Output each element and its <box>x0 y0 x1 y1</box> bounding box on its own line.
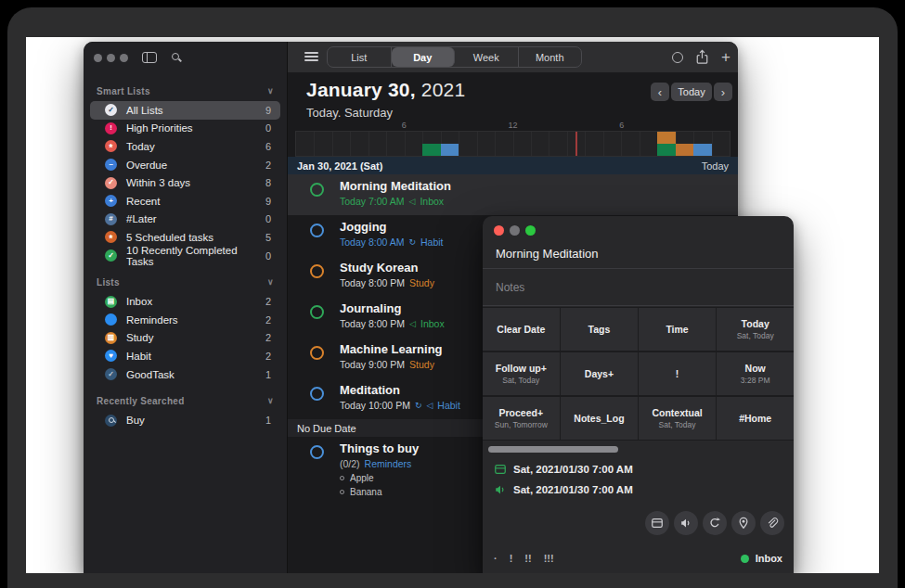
sidebar-item-buy[interactable]: Buy1 <box>90 411 280 429</box>
sidebar-item-label: Study <box>126 332 153 343</box>
today-button[interactable]: Today <box>671 83 712 101</box>
quick-action-tags[interactable]: Tags <box>561 308 638 351</box>
timeline-hour-label: 12 <box>508 121 517 130</box>
due-date-row[interactable]: Sat, 2021/01/30 7:00 AM <box>494 483 633 495</box>
task-complete-circle[interactable] <box>310 387 324 401</box>
repeat-button[interactable] <box>703 511 727 535</box>
exclamation-icon: ! <box>105 122 117 134</box>
filter-circle-icon[interactable] <box>672 52 683 63</box>
item-count: 2 <box>265 314 271 326</box>
section-header[interactable]: Lists∨ <box>84 272 287 292</box>
sidebar-item-habit[interactable]: ♥Habit2 <box>90 347 280 365</box>
quick-action-now[interactable]: Now3:28 PM <box>717 352 794 395</box>
task-complete-circle[interactable] <box>310 224 324 237</box>
priority-option-1[interactable]: ! <box>510 553 513 564</box>
quick-action-label: Days+ <box>585 368 614 379</box>
task-title-field[interactable]: Morning Meditation <box>496 247 599 261</box>
section-header[interactable]: Recently Searched∨ <box>84 390 287 411</box>
sidebar-item-goodtask[interactable]: ✓GoodTask1 <box>90 365 280 384</box>
quick-action-contextual[interactable]: ContextualSat, Today <box>639 397 716 440</box>
sidebar-item-inbox[interactable]: ▤Inbox2 <box>90 292 280 311</box>
sidebar-item-all-lists[interactable]: ✓All Lists9 <box>90 101 280 120</box>
toggle-sidebar-icon[interactable] <box>142 52 157 63</box>
close-button[interactable] <box>494 225 504 236</box>
sidebar-item-label: GoodTask <box>126 369 175 380</box>
sidebar-item-recent[interactable]: +Recent9 <box>90 192 280 211</box>
priority-option-2[interactable]: !! <box>524 553 531 564</box>
task-sub-text: Inbox <box>420 196 444 207</box>
quick-action--home[interactable]: #Home <box>717 397 794 440</box>
tab-week[interactable]: Week <box>455 47 519 67</box>
toolbar: ListDayWeekMonth + <box>288 42 738 72</box>
priority-option-3[interactable]: !!! <box>544 553 554 564</box>
sidebar-item-overdue[interactable]: ~Overdue2 <box>90 156 280 174</box>
sidebar-item-study[interactable]: ▥Study2 <box>90 329 280 348</box>
item-count: 1 <box>265 369 271 380</box>
quick-action-today[interactable]: TodaySat, Today <box>717 308 794 351</box>
zoom-button[interactable] <box>120 54 128 62</box>
quick-actions-scrollbar[interactable] <box>488 446 618 453</box>
day-timeline[interactable] <box>295 131 730 157</box>
speaker-button[interactable] <box>674 511 698 535</box>
location-button[interactable] <box>731 511 756 535</box>
sidebar-titlebar <box>84 42 287 72</box>
add-task-button[interactable]: + <box>721 49 730 65</box>
timeline-event-block[interactable] <box>657 144 675 156</box>
minimize-button[interactable] <box>510 225 520 236</box>
section-header[interactable]: Smart Lists∨ <box>84 81 287 101</box>
quick-action-notes-log[interactable]: Notes_Log <box>561 397 638 440</box>
quick-action-sublabel: 3:28 PM <box>741 376 770 385</box>
notes-field[interactable]: Notes <box>496 281 524 294</box>
sidebar-item--later[interactable]: ##Later0 <box>90 211 280 229</box>
priority-option-none[interactable]: · <box>494 553 498 564</box>
subtask-row[interactable]: Banana <box>340 487 419 497</box>
tab-day[interactable]: Day <box>392 47 456 67</box>
quick-action-follow-up-[interactable]: Follow up+Sat, Today <box>483 352 560 395</box>
task-sub-text: Inbox <box>420 318 445 329</box>
timeline-event-block[interactable] <box>441 144 459 156</box>
check-icon: ✓ <box>105 368 117 380</box>
subtask-row[interactable]: Apple <box>340 473 419 483</box>
task-row[interactable]: Morning MeditationToday 7:00 AM◁Inbox <box>288 174 738 215</box>
date-year: 2021 <box>416 79 466 100</box>
date-group-today: Today <box>702 160 729 172</box>
sidebar-item-today[interactable]: *Today6 <box>90 137 280 156</box>
minimize-button[interactable] <box>107 54 115 62</box>
sidebar-item-10-recently-completed-tasks[interactable]: ✓10 Recently Completed Tasks0 <box>90 247 280 265</box>
timeline-hour-gridline <box>712 132 713 156</box>
search-icon[interactable] <box>172 53 179 60</box>
sidebar-item-within-3-days[interactable]: ✓Within 3 days8 <box>90 173 280 192</box>
tab-list[interactable]: List <box>328 47 392 67</box>
menu-icon[interactable] <box>304 52 318 62</box>
timeline-event-block[interactable] <box>422 144 440 156</box>
tab-month[interactable]: Month <box>519 47 582 67</box>
quick-action-proceed-[interactable]: Proceed+Sun, Tomorrow <box>483 397 560 440</box>
sidebar-item-high-priorities[interactable]: !High Priorities0 <box>90 120 280 138</box>
task-complete-circle[interactable] <box>310 183 324 197</box>
item-count: 8 <box>265 177 271 188</box>
timeline-event-block[interactable] <box>657 132 675 144</box>
share-icon[interactable] <box>695 49 709 65</box>
task-complete-circle[interactable] <box>310 305 324 319</box>
item-count: 1 <box>265 415 271 426</box>
close-button[interactable] <box>94 54 102 62</box>
task-complete-circle[interactable] <box>310 445 324 459</box>
timeline-event-block[interactable] <box>693 144 711 156</box>
zoom-button[interactable] <box>525 225 536 236</box>
due-date-row[interactable]: Sat, 2021/01/30 7:00 AM <box>494 463 633 475</box>
task-complete-circle[interactable] <box>310 264 324 278</box>
next-day-button[interactable]: › <box>714 83 732 101</box>
prev-day-button[interactable]: ‹ <box>651 83 669 101</box>
subtask-circle <box>340 490 344 494</box>
timeline-event-block[interactable] <box>676 144 693 156</box>
quick-action-time[interactable]: Time <box>639 308 716 351</box>
quick-action-clear-date[interactable]: Clear Date <box>483 308 560 351</box>
attachment-button[interactable] <box>760 511 784 535</box>
list-badge[interactable]: Inbox <box>741 553 782 564</box>
calendar-button[interactable] <box>645 511 669 535</box>
quick-action--[interactable]: ! <box>639 352 716 395</box>
detail-action-buttons <box>645 511 784 535</box>
quick-action-days-[interactable]: Days+ <box>561 352 638 395</box>
task-complete-circle[interactable] <box>310 346 324 360</box>
sidebar-item-reminders[interactable]: Reminders2 <box>90 311 280 329</box>
